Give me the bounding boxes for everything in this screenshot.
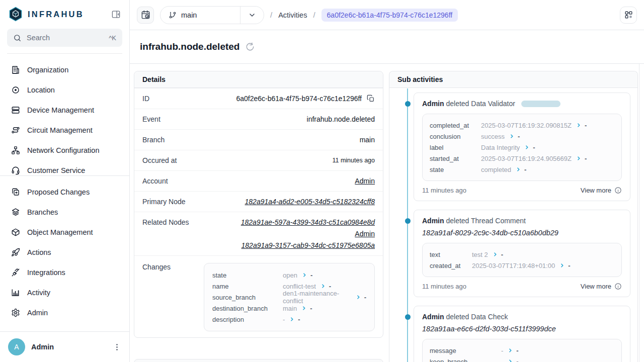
chevron-down-icon bbox=[248, 11, 256, 19]
timeline-line bbox=[407, 88, 408, 362]
avatar: A bbox=[8, 338, 25, 355]
breadcrumb-separator: / bbox=[313, 11, 315, 19]
related-node-link[interactable]: 182a91a9-3157-cab9-34dc-c51975e6805a bbox=[242, 241, 375, 249]
property-row: keep_branch - - bbox=[430, 356, 614, 362]
sidebar-item-organization[interactable]: Organization bbox=[7, 60, 122, 80]
sidebar-item-location[interactable]: Location bbox=[7, 80, 122, 100]
sidebar-item-proposed-changes[interactable]: Proposed Changes bbox=[7, 182, 122, 202]
sub-activity-card: Admin deleted Thread Comment 182a91af-80… bbox=[414, 210, 630, 297]
info-icon bbox=[614, 187, 622, 194]
detail-row-changes: Changes state open - name conflict-test bbox=[134, 255, 383, 337]
sidebar-item-network-configuration[interactable]: Network Configuration bbox=[7, 140, 122, 160]
chevron-right-icon bbox=[289, 317, 293, 321]
property-new-value: - bbox=[518, 133, 520, 140]
sidebar-user: A Admin bbox=[0, 331, 129, 362]
sidebar-item-activity[interactable]: Activity bbox=[7, 283, 122, 303]
sub-activity-title: Admin deleted Data Check bbox=[422, 313, 622, 321]
branch-selector[interactable]: main bbox=[160, 6, 264, 24]
layers-icon bbox=[11, 208, 20, 217]
time-travel-button[interactable] bbox=[137, 7, 154, 24]
detail-row-primary-node: Primary Node 182a91a4-a6d2-e005-34d5-c51… bbox=[134, 191, 383, 212]
sidebar-item-object-management[interactable]: Object Management bbox=[7, 222, 122, 242]
activity-footer: 11 minutes ago View more bbox=[422, 186, 622, 196]
detail-value-event: infrahub.node.deleted bbox=[307, 115, 375, 123]
detail-row-event: Event infrahub.node.deleted bbox=[134, 109, 383, 129]
primary-node-link[interactable]: 182a91a4-a6d2-e005-34d5-c5182324cff8 bbox=[245, 198, 375, 206]
sidebar-item-admin[interactable]: Admin bbox=[7, 303, 122, 323]
property-old-value: - bbox=[501, 347, 503, 354]
sidebar-item-label: Circuit Management bbox=[27, 126, 93, 134]
property-key: text bbox=[430, 251, 467, 258]
account-link[interactable]: Admin bbox=[355, 177, 375, 185]
property-key: conclusion bbox=[430, 133, 476, 140]
view-more-button[interactable]: View more bbox=[581, 187, 622, 194]
detail-label: Changes bbox=[142, 263, 171, 271]
details-header: Details bbox=[134, 71, 383, 88]
search-input[interactable]: Search ^K bbox=[7, 29, 122, 47]
changes-box: state open - name conflict-test - bbox=[204, 263, 375, 331]
top-header: main / Activities / 6a0f2e6c-b61a-4f75-b… bbox=[130, 0, 644, 30]
diff-icon bbox=[11, 188, 20, 197]
server-icon bbox=[11, 106, 20, 115]
scrollbar-track[interactable] bbox=[639, 64, 639, 362]
sidebar-collapse-icon[interactable] bbox=[109, 8, 122, 21]
sidebar-item-integrations[interactable]: Integrations bbox=[7, 262, 122, 283]
property-row: message - - bbox=[430, 345, 614, 356]
property-new-value: - bbox=[524, 166, 526, 173]
sidebar-item-label: Proposed Changes bbox=[27, 188, 90, 196]
infrahub-app: INFRAHUB Search ^K Organization bbox=[0, 0, 644, 362]
view-more-button[interactable]: View more bbox=[581, 283, 622, 290]
detail-value-branch: main bbox=[360, 136, 375, 144]
activity-action: deleted Data Validator bbox=[446, 100, 515, 108]
schema-graph-button[interactable] bbox=[620, 7, 637, 24]
sidebar-item-circuit-management[interactable]: Circuit Management bbox=[7, 120, 122, 140]
breadcrumb-activities[interactable]: Activities bbox=[278, 11, 307, 19]
sub-activity-card: Admin deleted Data Validator completed_a… bbox=[414, 93, 630, 201]
next-card-partial bbox=[134, 359, 383, 362]
related-node-link[interactable]: 182a91ae-597a-4399-34d3-c51ca0984e8d bbox=[241, 218, 375, 226]
detail-value-id: 6a0f2e6c-b61a-4f75-b974-c76c1e1296ff bbox=[236, 95, 362, 103]
change-old-value: main bbox=[283, 305, 297, 312]
detail-label: Account bbox=[142, 177, 168, 185]
property-row: text test 2 - bbox=[430, 249, 614, 260]
activity-timestamp: 11 minutes ago bbox=[422, 187, 466, 194]
sidebar-item-label: Activity bbox=[27, 289, 50, 297]
breadcrumb-separator: / bbox=[270, 11, 272, 19]
sidebar-item-branches[interactable]: Branches bbox=[7, 202, 122, 222]
property-key: label bbox=[430, 144, 476, 151]
sidebar-item-customer-service[interactable]: Customer Service bbox=[7, 160, 122, 175]
change-new-value: - bbox=[310, 305, 312, 312]
sidebar-item-label: Device Management bbox=[27, 106, 94, 114]
search-shortcut: ^K bbox=[109, 34, 116, 42]
property-row: conclusion success - bbox=[430, 131, 614, 142]
refresh-icon[interactable] bbox=[246, 42, 255, 51]
user-name: Admin bbox=[31, 343, 54, 351]
sidebar-item-device-management[interactable]: Device Management bbox=[7, 100, 122, 120]
sidebar-item-actions[interactable]: Actions bbox=[7, 242, 122, 262]
activity-properties-box: message - - keep_branch - - bbox=[422, 339, 622, 362]
property-new-value: - bbox=[516, 347, 518, 354]
chevron-right-icon bbox=[524, 145, 528, 149]
user-menu-kebab-icon[interactable] bbox=[113, 343, 121, 351]
sidebar-item-label: Organization bbox=[27, 66, 68, 74]
branch-dropdown-toggle[interactable] bbox=[240, 7, 264, 24]
chevron-right-icon bbox=[508, 348, 512, 352]
page-title-row: infrahub.node.deleted bbox=[130, 30, 644, 64]
detail-row-account: Account Admin bbox=[134, 170, 383, 191]
property-row: started_at 2025-03-07T16:19:24.905669Z - bbox=[430, 153, 614, 164]
change-old-value: den1-maintenance-conflict bbox=[283, 290, 351, 305]
property-key: state bbox=[430, 166, 476, 173]
sidebar-item-label: Object Management bbox=[27, 228, 93, 236]
cube-icon bbox=[11, 228, 20, 237]
logo-row: INFRAHUB bbox=[0, 0, 129, 27]
detail-label: Event bbox=[142, 115, 160, 123]
related-node-link[interactable]: Admin bbox=[355, 230, 375, 238]
property-old-value: success bbox=[481, 133, 505, 140]
breadcrumb-current-id: 6a0f2e6c-b61a-4f75-b974-c76c1e1296ff bbox=[321, 9, 458, 22]
brand-name: INFRAHUB bbox=[28, 10, 84, 19]
detail-row-branch: Branch main bbox=[134, 129, 383, 150]
property-old-value: test 2 bbox=[472, 251, 488, 258]
change-row: source_branch den1-maintenance-conflict … bbox=[212, 292, 366, 303]
copy-icon[interactable] bbox=[367, 95, 375, 103]
plug-icon bbox=[11, 268, 20, 277]
